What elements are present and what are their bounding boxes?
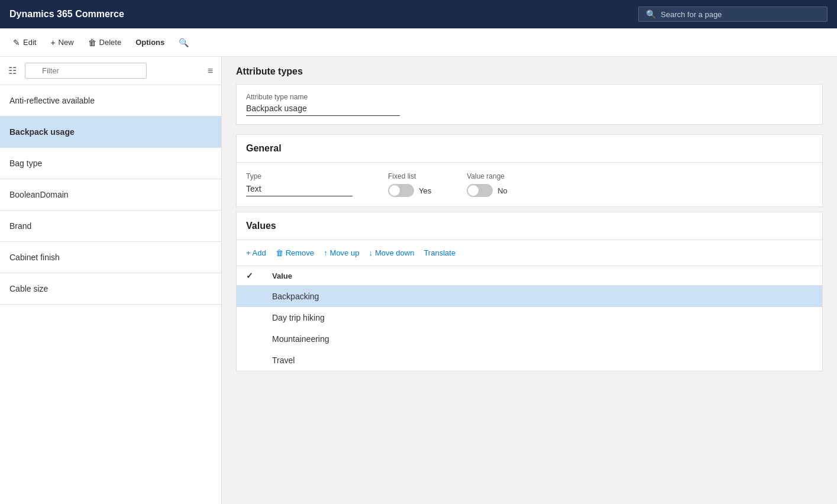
fixed-list-knob xyxy=(389,185,400,196)
move-down-label: Move down xyxy=(375,248,414,257)
options-button[interactable]: Options xyxy=(130,34,170,50)
move-up-label: Move up xyxy=(330,248,360,257)
row-check-backpacking xyxy=(237,286,263,308)
search-box[interactable]: 🔍 Search for a page xyxy=(638,7,828,22)
type-field: Type Text xyxy=(246,172,353,196)
sidebar-item-bag-type[interactable]: Bag type xyxy=(0,148,221,179)
value-range-toggle-row: No xyxy=(467,184,508,197)
move-down-button[interactable]: ↓ Move down xyxy=(369,246,414,260)
fixed-list-label: Fixed list xyxy=(388,172,431,180)
fixed-list-group: Fixed list Yes xyxy=(388,172,431,197)
content-header: Attribute types Attribute type name Back… xyxy=(222,57,837,130)
main-layout: ☷ 🔍 ≡ Anti-reflective available Backpack… xyxy=(0,57,837,504)
general-grid: Type Text Fixed list Yes Value ra xyxy=(246,172,813,197)
translate-label: Translate xyxy=(424,248,455,257)
sidebar-list: Anti-reflective available Backpack usage… xyxy=(0,85,221,504)
fixed-list-toggle-row: Yes xyxy=(388,184,431,197)
translate-button[interactable]: Translate xyxy=(424,246,455,260)
options-label: Options xyxy=(135,38,164,47)
type-label: Type xyxy=(246,172,353,180)
general-section: General Type Text Fixed list Yes xyxy=(236,134,823,207)
row-check-mountaineering xyxy=(237,328,263,350)
check-icon: ✓ xyxy=(246,271,253,280)
table-row[interactable]: Mountaineering xyxy=(237,328,822,350)
delete-button[interactable]: 🗑 Delete xyxy=(82,34,128,51)
remove-icon: 🗑 xyxy=(276,248,283,257)
move-down-icon: ↓ xyxy=(369,248,373,257)
remove-button[interactable]: 🗑 Remove xyxy=(276,246,314,260)
value-range-toggle[interactable] xyxy=(467,184,493,197)
new-label: New xyxy=(59,38,74,47)
search-toolbar-icon: 🔍 xyxy=(179,38,189,47)
attr-type-name-section: Attribute type name Backpack usage xyxy=(236,84,823,125)
sidebar-item-cable-size[interactable]: Cable size xyxy=(0,273,221,305)
type-value: Text xyxy=(246,184,353,196)
move-up-button[interactable]: ↑ Move up xyxy=(324,246,359,260)
fixed-list-toggle[interactable] xyxy=(388,184,414,197)
edit-icon: ✎ xyxy=(13,38,20,47)
edit-label: Edit xyxy=(23,38,36,47)
section-title: Attribute types xyxy=(236,66,823,77)
values-section: Values + Add 🗑 Remove ↑ Move up ↓ Move d… xyxy=(236,212,823,371)
general-title: General xyxy=(237,135,822,163)
row-value-day-trip: Day trip hiking xyxy=(263,307,822,328)
row-check-day-trip xyxy=(237,307,263,328)
filter-icon-button[interactable]: ☷ xyxy=(5,63,20,79)
general-body: Type Text Fixed list Yes Value ra xyxy=(237,163,822,206)
remove-label: Remove xyxy=(286,248,314,257)
new-icon: + xyxy=(50,38,55,47)
delete-icon: 🗑 xyxy=(88,38,96,47)
search-placeholder: Search for a page xyxy=(661,10,722,19)
search-toolbar-button[interactable]: 🔍 xyxy=(173,34,195,51)
value-range-label: Value range xyxy=(467,172,508,180)
move-up-icon: ↑ xyxy=(324,248,328,257)
edit-button[interactable]: ✎ Edit xyxy=(7,34,42,51)
new-button[interactable]: + New xyxy=(44,34,79,51)
table-row[interactable]: Day trip hiking xyxy=(237,307,822,328)
table-row[interactable]: Travel xyxy=(237,350,822,371)
delete-label: Delete xyxy=(99,38,122,47)
sidebar-item-brand[interactable]: Brand xyxy=(0,211,221,242)
attr-type-name-label: Attribute type name xyxy=(246,93,813,101)
value-range-knob xyxy=(468,185,479,196)
top-nav: Dynamics 365 Commerce 🔍 Search for a pag… xyxy=(0,0,837,28)
fixed-list-value: Yes xyxy=(419,186,431,195)
sidebar: ☷ 🔍 ≡ Anti-reflective available Backpack… xyxy=(0,57,222,504)
sidebar-item-backpack-usage[interactable]: Backpack usage xyxy=(0,117,221,148)
row-value-travel: Travel xyxy=(263,350,822,371)
values-table: ✓ Value Backpacking Day trip hiking xyxy=(237,266,822,371)
filter-input[interactable] xyxy=(25,63,147,79)
attr-type-name-value: Backpack usage xyxy=(246,104,400,116)
filter-wrapper: 🔍 xyxy=(25,63,199,79)
sidebar-item-cabinet-finish[interactable]: Cabinet finish xyxy=(0,242,221,273)
app-title: Dynamics 365 Commerce xyxy=(9,9,631,20)
values-title: Values xyxy=(237,212,822,240)
content-area: Attribute types Attribute type name Back… xyxy=(222,57,837,504)
toolbar: ✎ Edit + New 🗑 Delete Options 🔍 xyxy=(0,28,837,57)
values-toolbar: + Add 🗑 Remove ↑ Move up ↓ Move down Tra… xyxy=(237,240,822,266)
sidebar-item-boolean-domain[interactable]: BooleanDomain xyxy=(0,179,221,211)
table-row[interactable]: Backpacking xyxy=(237,286,822,308)
add-label: + Add xyxy=(246,248,266,257)
row-value-backpacking: Backpacking xyxy=(263,286,822,308)
sidebar-item-anti-reflective[interactable]: Anti-reflective available xyxy=(0,85,221,117)
search-icon: 🔍 xyxy=(646,9,656,19)
value-col-header: Value xyxy=(263,266,822,286)
value-range-group: Value range No xyxy=(467,172,508,197)
sidebar-collapse-button[interactable]: ≡ xyxy=(204,63,216,79)
row-value-mountaineering: Mountaineering xyxy=(263,328,822,350)
row-check-travel xyxy=(237,350,263,371)
check-col-header: ✓ xyxy=(237,266,263,286)
sidebar-header: ☷ 🔍 ≡ xyxy=(0,57,221,85)
add-button[interactable]: + Add xyxy=(246,246,266,260)
value-range-value: No xyxy=(497,186,508,195)
